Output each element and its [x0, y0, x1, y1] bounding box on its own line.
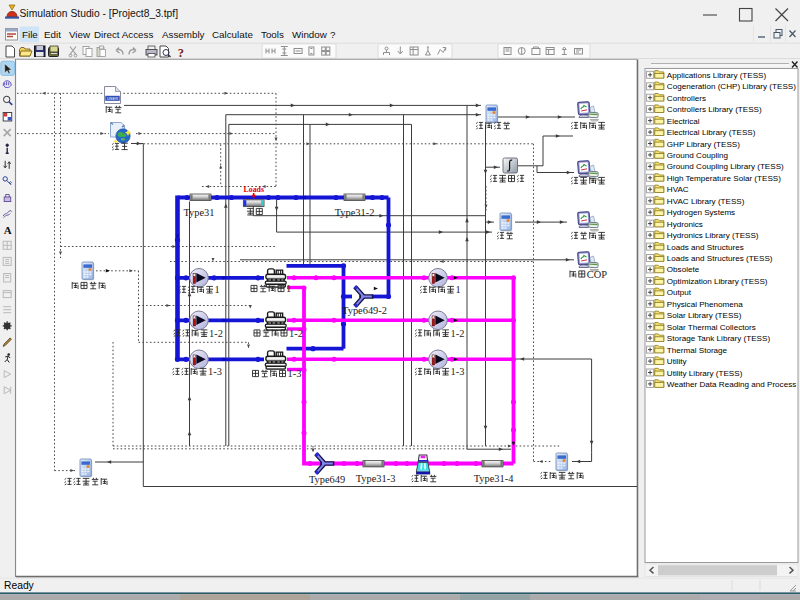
- svg-text:Electrical: Electrical: [667, 117, 700, 126]
- svg-text:1-3: 1-3: [288, 368, 302, 379]
- svg-text:Utility Library (TESS): Utility Library (TESS): [667, 369, 743, 378]
- svg-text:?: ?: [178, 46, 184, 60]
- svg-text:1-3: 1-3: [451, 366, 465, 377]
- svg-text:Ready: Ready: [4, 580, 35, 591]
- svg-text:Loads: Loads: [244, 185, 264, 194]
- svg-text:Simulation Studio - [Project8_: Simulation Studio - [Project8_3.tpf]: [20, 8, 179, 19]
- svg-text:1-2: 1-2: [209, 328, 223, 339]
- svg-text:COP: COP: [587, 269, 607, 280]
- svg-text:Hydronics: Hydronics: [667, 220, 703, 229]
- svg-text:1-2: 1-2: [451, 328, 465, 339]
- svg-text:Direct Access: Direct Access: [94, 29, 153, 40]
- svg-text:1: 1: [286, 283, 291, 294]
- svg-text:1: 1: [215, 284, 220, 295]
- svg-text:Type31-4: Type31-4: [474, 473, 514, 484]
- svg-text:Optimization Library (TESS): Optimization Library (TESS): [667, 277, 768, 286]
- svg-text:1-3: 1-3: [208, 366, 222, 377]
- svg-text:Solar Library (TESS): Solar Library (TESS): [667, 311, 742, 320]
- svg-text:Assembly: Assembly: [162, 29, 205, 40]
- svg-text:A: A: [4, 224, 12, 236]
- svg-text:Calculate: Calculate: [212, 29, 253, 40]
- svg-text:Hydronics Library (TESS): Hydronics Library (TESS): [667, 231, 759, 240]
- svg-text:Controllers: Controllers: [667, 94, 706, 103]
- svg-text:Type649: Type649: [309, 474, 345, 485]
- svg-text:Output: Output: [667, 288, 692, 297]
- svg-text:Type31: Type31: [183, 207, 214, 218]
- svg-text:HVAC: HVAC: [667, 185, 689, 194]
- svg-text:Electrical Library (TESS): Electrical Library (TESS): [667, 128, 756, 137]
- svg-text:Window: Window: [292, 29, 328, 40]
- svg-text:Storage Tank Library (TESS): Storage Tank Library (TESS): [667, 334, 771, 343]
- svg-text:Thermal Storage: Thermal Storage: [667, 346, 728, 355]
- svg-text:Solar Thermal Collectors: Solar Thermal Collectors: [667, 323, 756, 332]
- svg-text:GHP Library (TESS): GHP Library (TESS): [667, 140, 740, 149]
- svg-text:Loads and Structures: Loads and Structures: [667, 243, 744, 252]
- svg-text:Applications Library (TESS): Applications Library (TESS): [667, 71, 767, 80]
- svg-text:Loads and Structures (TESS): Loads and Structures (TESS): [667, 254, 773, 263]
- svg-text:Utility: Utility: [667, 357, 688, 366]
- svg-text:?: ?: [330, 29, 336, 40]
- svg-text:Ground Coupling: Ground Coupling: [667, 151, 728, 160]
- svg-text:Cogeneration (CHP) Library (TE: Cogeneration (CHP) Library (TESS): [667, 82, 796, 91]
- svg-text:Weather Data Reading and Proce: Weather Data Reading and Process: [667, 380, 796, 389]
- svg-text:Type31-3: Type31-3: [356, 473, 396, 484]
- svg-text:Edit: Edit: [44, 29, 61, 40]
- svg-text:HVAC Library (TESS): HVAC Library (TESS): [667, 197, 745, 206]
- svg-text:View: View: [69, 29, 91, 40]
- svg-text:Hydrogen Systems: Hydrogen Systems: [667, 208, 735, 217]
- svg-text:Tools: Tools: [261, 29, 284, 40]
- svg-text:1: 1: [456, 284, 461, 295]
- svg-text:Type31-2: Type31-2: [335, 207, 375, 218]
- svg-text:1-2: 1-2: [289, 328, 303, 339]
- svg-text:File: File: [22, 29, 38, 40]
- svg-text:Type649-2: Type649-2: [342, 305, 387, 316]
- svg-text:High Temperature Solar (TESS): High Temperature Solar (TESS): [667, 174, 781, 183]
- svg-text:Physical Phenomena: Physical Phenomena: [667, 300, 744, 309]
- svg-text:Obsolete: Obsolete: [667, 265, 700, 274]
- svg-text:Controllers Library (TESS): Controllers Library (TESS): [667, 105, 762, 114]
- svg-text:Ground Coupling Library (TESS): Ground Coupling Library (TESS): [667, 162, 784, 171]
